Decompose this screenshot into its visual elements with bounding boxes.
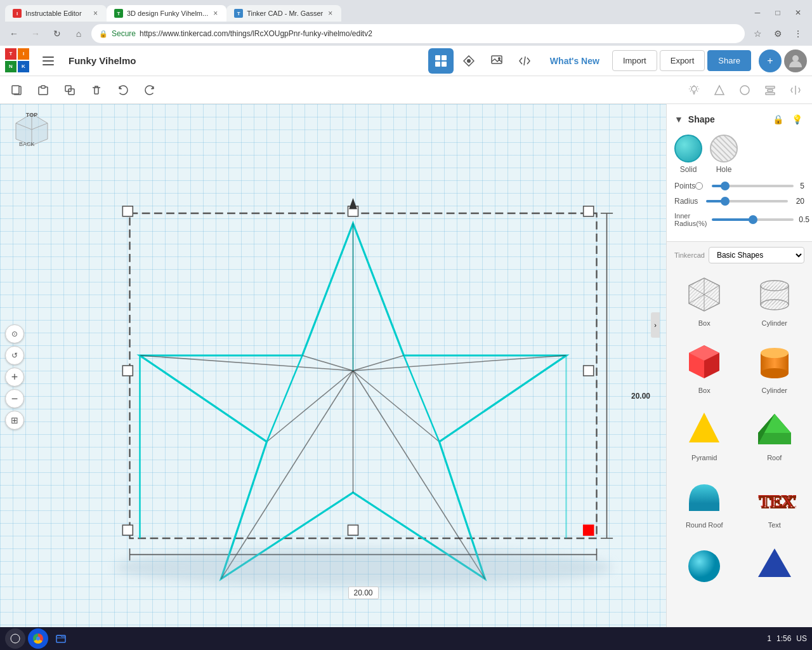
zoom-in-button[interactable]: +	[5, 368, 24, 387]
bookmark-button[interactable]: ☆	[749, 25, 766, 43]
duplicate-button[interactable]	[58, 79, 81, 102]
solid-label: Solid	[680, 165, 697, 174]
refresh-button[interactable]: ↻	[48, 25, 66, 43]
forward-button[interactable]: →	[27, 25, 44, 43]
paste-button[interactable]	[32, 79, 55, 102]
inner-radius-value: 0.5	[799, 215, 809, 224]
build-button[interactable]	[456, 48, 481, 74]
svg-rect-2	[43, 64, 54, 65]
zoom-out-button[interactable]: −	[5, 389, 24, 408]
lock-icon-button[interactable]: 🔒	[770, 112, 785, 127]
solid-button[interactable]: Solid	[674, 135, 702, 174]
taskbar-chrome-button[interactable]	[28, 628, 48, 649]
maximize-button[interactable]: □	[769, 4, 787, 22]
gallery-button[interactable]	[484, 48, 509, 74]
whats-new-button[interactable]: What's New	[540, 51, 610, 71]
light-bulb-button[interactable]	[683, 79, 705, 102]
taskbar-files-button[interactable]	[51, 628, 71, 649]
shape-item-pyramid[interactable]: Pyramid	[672, 403, 737, 465]
shapes-library: Tinkercad Basic Shapes	[667, 242, 812, 650]
shape-item-roof[interactable]: Roof	[742, 403, 808, 465]
grid-view-button[interactable]	[428, 48, 454, 74]
share-button[interactable]: Share	[707, 50, 751, 71]
svg-point-92	[11, 634, 20, 643]
align-button[interactable]	[759, 79, 782, 102]
redo-button[interactable]	[138, 79, 161, 102]
tab-1[interactable]: I Instructable Editor ×	[5, 5, 107, 22]
shape-item-box-red[interactable]: Box	[672, 336, 737, 398]
logo-t: T	[5, 48, 16, 60]
svg-line-50	[221, 371, 353, 579]
circle-button[interactable]	[733, 79, 756, 102]
url-bar[interactable]: 🔒 Secure https://www.tinkercad.com/thing…	[91, 24, 745, 43]
inner-radius-slider[interactable]	[712, 218, 794, 221]
shape-item-prism[interactable]	[742, 538, 808, 592]
shape-svg	[95, 193, 631, 599]
svg-point-72	[761, 300, 789, 310]
shape-item-cylinder-orange[interactable]: Cylinder	[742, 336, 808, 398]
taskbar-indicator: US	[796, 634, 807, 643]
rotate-button[interactable]: ↺	[5, 346, 24, 365]
secure-label: Secure	[112, 29, 136, 38]
taskbar-number: 1	[767, 634, 771, 643]
shape-item-text[interactable]: TEXT TEXT Text	[742, 470, 808, 533]
shape-item-cylinder-wire[interactable]: Cylinder	[742, 269, 808, 331]
library-category-select[interactable]: Basic Shapes	[709, 247, 804, 263]
mirror-button[interactable]	[784, 79, 807, 102]
svg-rect-35	[584, 525, 594, 535]
tab-2[interactable]: T 3D design Funky Vihelm... ×	[107, 5, 226, 22]
hole-icon	[710, 135, 738, 162]
shape-button[interactable]	[708, 79, 731, 102]
shape-config: ▼ Shape 🔒 💡 Solid Hole	[667, 104, 812, 242]
menu-button[interactable]: ⋮	[789, 25, 807, 43]
extensions-button[interactable]: ⚙	[769, 25, 787, 43]
inner-radius-param: Inner Radius(%) 0.5	[674, 212, 804, 227]
code-button[interactable]	[512, 48, 537, 74]
tab-3-close[interactable]: ×	[327, 9, 334, 18]
copy-button[interactable]	[5, 79, 28, 102]
radius-slider[interactable]	[706, 200, 788, 202]
add-user-button[interactable]: +	[759, 50, 782, 72]
delete-button[interactable]	[85, 79, 108, 102]
reset-view-button[interactable]: ⊙	[5, 324, 24, 343]
close-button[interactable]: ✕	[789, 4, 807, 22]
import-button[interactable]: Import	[612, 50, 657, 71]
minimize-button[interactable]: ─	[749, 4, 766, 22]
shape-item-sphere[interactable]	[672, 538, 737, 592]
points-circle-icon	[695, 182, 703, 190]
fit-button[interactable]: ⊞	[5, 411, 24, 430]
panel-collapse-button[interactable]: ›	[651, 312, 660, 338]
library-header: Tinkercad Basic Shapes	[672, 247, 807, 263]
view-cube[interactable]: TOP BACK	[13, 110, 51, 149]
svg-point-78	[761, 348, 789, 358]
export-button[interactable]: Export	[660, 50, 705, 71]
undo-button[interactable]	[112, 79, 134, 102]
menu-icon-button[interactable]	[36, 48, 61, 74]
taskbar-system-button[interactable]	[5, 628, 25, 649]
home-button[interactable]: ⌂	[70, 25, 88, 43]
lightbulb-icon-button[interactable]: 💡	[789, 112, 804, 127]
zoom-controls: ⊙ ↺ + − ⊞	[5, 324, 24, 430]
tab-2-close[interactable]: ×	[212, 9, 219, 18]
viewport[interactable]: TOP BACK ⊙ ↺ + − ⊞	[0, 104, 666, 650]
tab-3-title: Tinker CAD - Mr. Gasser	[247, 10, 323, 17]
pyramid-icon	[682, 407, 726, 451]
taskbar-time: 1 1:56 US	[767, 634, 807, 643]
text-3d-icon: TEXT TEXT	[752, 474, 797, 519]
shape-item-box-wire[interactable]: Box	[672, 269, 737, 331]
back-button[interactable]: ←	[5, 25, 23, 43]
svg-rect-6	[442, 62, 447, 67]
canvas[interactable]: TOP BACK ⊙ ↺ + − ⊞	[0, 104, 666, 650]
svg-rect-8	[492, 56, 502, 63]
svg-rect-85	[689, 503, 719, 511]
svg-rect-5	[435, 62, 440, 67]
shape-item-round-roof[interactable]: Round Roof	[672, 470, 737, 533]
cylinder-orange-label: Cylinder	[762, 387, 787, 394]
tab-1-close[interactable]: ×	[92, 9, 99, 18]
svg-rect-21	[766, 93, 775, 95]
tab-3[interactable]: T Tinker CAD - Mr. Gasser ×	[226, 5, 341, 22]
box-wire-label: Box	[698, 319, 710, 327]
cylinder-wire-icon	[752, 272, 797, 317]
hole-button[interactable]: Hole	[710, 135, 738, 174]
points-slider[interactable]	[712, 185, 794, 187]
